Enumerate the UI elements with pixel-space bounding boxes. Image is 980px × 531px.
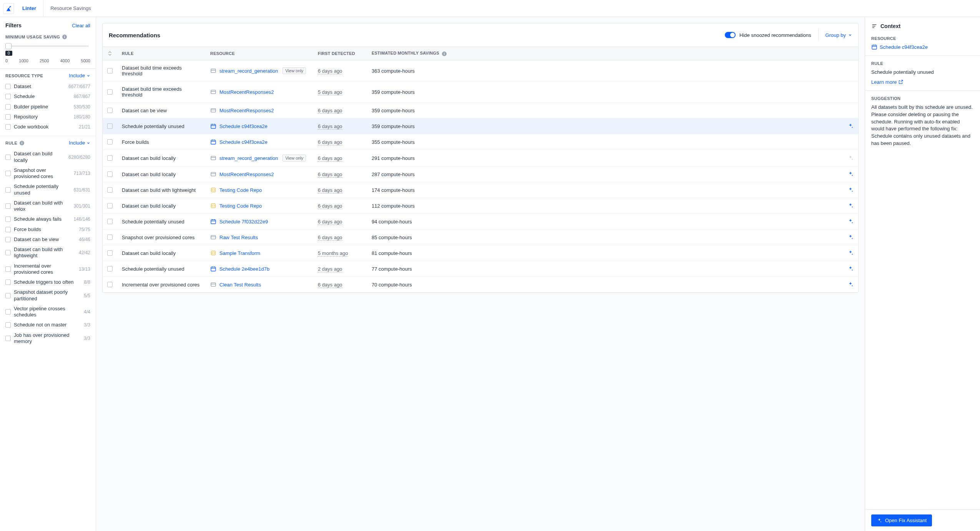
resource-link[interactable]: MostRecentResponses2 [219, 171, 274, 177]
checkbox[interactable] [5, 266, 11, 272]
checkbox[interactable] [5, 216, 11, 222]
resource-type-row[interactable]: Repository180/180 [5, 112, 90, 122]
fix-action-icon[interactable] [847, 171, 854, 177]
row-checkbox[interactable] [107, 219, 113, 224]
app-logo[interactable] [3, 3, 14, 14]
checkbox[interactable] [5, 187, 11, 193]
resource-type-include-dropdown[interactable]: Include [69, 73, 90, 78]
rule-row[interactable]: Incremental over provisioned cores13/13 [5, 261, 90, 278]
clear-all-button[interactable]: Clear all [72, 23, 90, 28]
col-rule[interactable]: RULE [117, 47, 206, 60]
rule-row[interactable]: Dataset can build with velox301/301 [5, 198, 90, 215]
fix-action-icon[interactable] [847, 187, 854, 193]
table-row[interactable]: Dataset can be viewMostRecentResponses26… [103, 103, 858, 118]
col-resource[interactable]: RESOURCE [206, 47, 313, 60]
row-checkbox[interactable] [107, 155, 113, 161]
table-row[interactable]: Dataset can build locallyMostRecentRespo… [103, 166, 858, 182]
rule-row[interactable]: Dataset can build locally6280/6280 [5, 149, 90, 165]
row-checkbox[interactable] [107, 171, 113, 177]
hide-snoozed-toggle[interactable] [725, 32, 736, 38]
rule-row[interactable]: Schedule always fails146/146 [5, 214, 90, 224]
resource-link[interactable]: MostRecentResponses2 [219, 89, 274, 95]
min-usage-slider[interactable]: 0 [5, 42, 90, 50]
resource-link[interactable]: Sample Transform [219, 250, 260, 256]
ctx-resource-link[interactable]: Schedule c94f3cea2e [871, 44, 974, 50]
resource-type-row[interactable]: Builder pipeline530/530 [5, 102, 90, 112]
info-icon[interactable]: i [62, 35, 67, 39]
checkbox[interactable] [5, 309, 11, 315]
resource-link[interactable]: Testing Code Repo [219, 187, 262, 193]
table-row[interactable]: Dataset build time exceeds thresholdstre… [103, 60, 858, 82]
rule-include-dropdown[interactable]: Include [69, 140, 90, 146]
row-checkbox[interactable] [107, 68, 113, 73]
row-checkbox[interactable] [107, 187, 113, 193]
table-row[interactable]: Schedule potentially unusedSchedule 2e4b… [103, 261, 858, 277]
row-checkbox[interactable] [107, 123, 113, 129]
table-row[interactable]: Dataset can build with lightweightTestin… [103, 182, 858, 198]
resource-link[interactable]: MostRecentResponses2 [219, 108, 274, 113]
row-checkbox[interactable] [107, 266, 113, 271]
table-row[interactable]: Dataset can build locallystream_record_g… [103, 150, 858, 166]
fix-action-icon[interactable] [847, 266, 854, 272]
rule-row[interactable]: Force builds75/75 [5, 225, 90, 235]
table-row[interactable]: Snapshot over provisioned coresRaw Test … [103, 230, 858, 245]
fix-action-icon[interactable] [847, 281, 854, 288]
col-savings[interactable]: ESTIMATED MONTHLY SAVINGS i [367, 47, 843, 60]
resource-type-row[interactable]: Code workbook21/21 [5, 122, 90, 132]
checkbox[interactable] [5, 336, 11, 341]
resource-link[interactable]: Clean Test Results [219, 282, 261, 288]
checkbox[interactable] [5, 322, 11, 328]
row-checkbox[interactable] [107, 89, 113, 95]
slider-thumb[interactable] [5, 43, 12, 49]
table-row[interactable]: Dataset can build locallySample Transfor… [103, 245, 858, 261]
table-row[interactable]: Schedule potentially unusedSchedule 7f03… [103, 214, 858, 230]
rule-row[interactable]: Snapshot dataset poorly partitioned5/5 [5, 287, 90, 304]
collapse-all-icon[interactable] [107, 51, 113, 56]
resource-type-row[interactable]: Schedule867/867 [5, 92, 90, 102]
resource-link[interactable]: stream_record_generation [219, 155, 278, 161]
rule-row[interactable]: Schedule potentially unused631/631 [5, 181, 90, 198]
resource-link[interactable]: Raw Test Results [219, 235, 258, 240]
rule-row[interactable]: Schedule triggers too often8/8 [5, 277, 90, 287]
checkbox[interactable] [5, 104, 11, 110]
fix-action-icon[interactable] [847, 250, 854, 256]
row-checkbox[interactable] [107, 203, 113, 208]
fix-action-icon[interactable] [847, 218, 854, 225]
resource-link[interactable]: Schedule 2e4bee1d7b [219, 266, 269, 272]
learn-more-link[interactable]: Learn more [871, 79, 904, 85]
table-row[interactable]: Incremental over provisioned coresClean … [103, 277, 858, 293]
checkbox[interactable] [5, 227, 11, 232]
resource-link[interactable]: Testing Code Repo [219, 203, 262, 209]
rule-row[interactable]: Vector pipeline crosses schedules4/4 [5, 304, 90, 320]
row-checkbox[interactable] [107, 250, 113, 256]
info-icon[interactable]: i [20, 141, 24, 145]
checkbox[interactable] [5, 280, 11, 285]
row-checkbox[interactable] [107, 282, 113, 287]
tab-linter[interactable]: Linter [15, 0, 43, 17]
col-first-detected[interactable]: FIRST DETECTED [313, 47, 367, 60]
checkbox[interactable] [5, 203, 11, 209]
rule-row[interactable]: Snapshot over provisioned cores713/713 [5, 165, 90, 182]
rule-row[interactable]: Dataset can build with lightweight42/42 [5, 245, 90, 261]
table-row[interactable]: Schedule potentially unusedSchedule c94f… [103, 118, 858, 134]
resource-link[interactable]: Schedule 7f032d22e9 [219, 219, 268, 225]
group-by-dropdown[interactable]: Group by [818, 29, 852, 41]
fix-action-icon[interactable] [847, 234, 854, 240]
fix-action-icon[interactable] [847, 123, 854, 129]
checkbox[interactable] [5, 114, 11, 120]
row-checkbox[interactable] [107, 108, 113, 113]
table-row[interactable]: Dataset can build locallyTesting Code Re… [103, 198, 858, 214]
checkbox[interactable] [5, 237, 11, 242]
open-fix-assistant-button[interactable]: Open Fix Assistant [871, 514, 932, 526]
resource-link[interactable]: Schedule c94f3cea2e [219, 123, 267, 129]
rule-row[interactable]: Schedule not on master3/3 [5, 320, 90, 330]
resource-link[interactable]: stream_record_generation [219, 68, 278, 74]
checkbox[interactable] [5, 84, 11, 89]
table-row[interactable]: Dataset build time exceeds thresholdMost… [103, 82, 858, 103]
resource-link[interactable]: Schedule c94f3cea2e [219, 139, 267, 145]
checkbox[interactable] [5, 94, 11, 99]
tab-resource-savings[interactable]: Resource Savings [43, 0, 98, 17]
checkbox[interactable] [5, 250, 11, 255]
info-icon[interactable]: i [442, 52, 447, 56]
checkbox[interactable] [5, 171, 11, 176]
